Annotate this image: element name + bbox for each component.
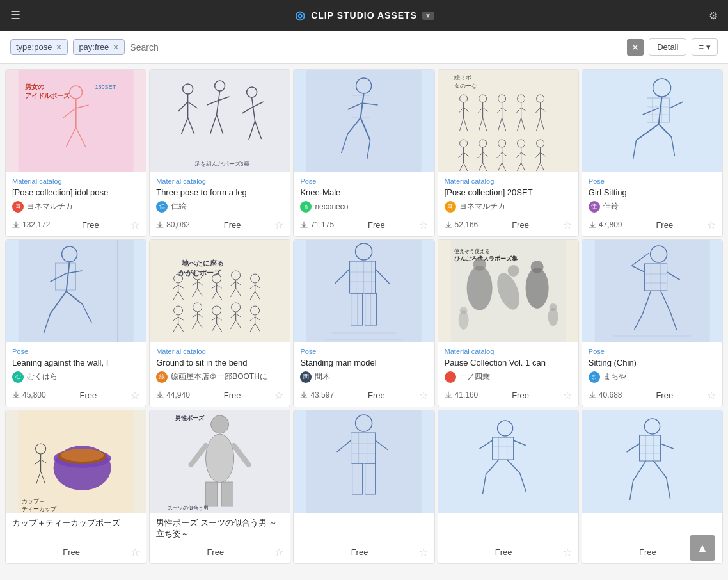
card-category: Pose	[300, 348, 427, 355]
item-grid: 男女の アイドルポーズ 150SET Material catalog [Pos…	[0, 64, 728, 569]
svg-rect-220	[594, 240, 709, 342]
avatar: 一	[445, 371, 456, 383]
download-icon	[589, 221, 596, 229]
item-card[interactable]: 絵ミボ 女のーな	[438, 69, 579, 237]
item-card[interactable]: 男女の アイドルポーズ 150SET Material catalog [Pos…	[5, 69, 146, 237]
svg-rect-117	[19, 240, 134, 342]
favorite-star[interactable]: ☆	[274, 219, 283, 231]
card-price: Free	[368, 391, 385, 400]
svg-point-214	[525, 268, 548, 309]
item-card[interactable]: Pose Sitting (Chin) ま まちや 40,688 Free ☆	[582, 239, 723, 407]
card-body: 男性ポーズ スーツの似合う男 ～立ち姿～	[150, 513, 290, 544]
card-author: n neconeco	[300, 201, 427, 213]
favorite-star[interactable]: ☆	[563, 219, 572, 231]
svg-text:150SET: 150SET	[95, 84, 116, 90]
avatar: ヨ	[445, 201, 456, 213]
card-body: Material catalog Pause Collection Vol. 1…	[438, 342, 578, 387]
card-image	[294, 240, 434, 342]
download-count: 52,166	[445, 220, 479, 229]
favorite-star[interactable]: ☆	[707, 219, 716, 231]
svg-text:カップ＋: カップ＋	[22, 498, 45, 504]
item-card[interactable]: カップ＋ ティーカップ カップ＋ティーカップポーズ Free ☆	[5, 410, 146, 564]
favorite-star[interactable]: ☆	[563, 546, 572, 558]
card-title: Three pose to form a leg	[156, 188, 283, 198]
search-bar: type:pose ✕ pay:free ✕ ✕ Detail ≡ ▾	[0, 31, 728, 64]
search-clear-button[interactable]: ✕	[627, 39, 644, 56]
favorite-star[interactable]: ☆	[419, 219, 428, 231]
favorite-star[interactable]: ☆	[274, 389, 283, 401]
card-body: Material catalog [Pose collection] idol …	[6, 172, 146, 216]
card-image: 使えそう使える ひんごろ伏スラポーズ集	[438, 240, 578, 342]
card-body: Material catalog [Pose collection] 20SET…	[438, 172, 578, 216]
favorite-star[interactable]: ☆	[131, 546, 139, 558]
menu-icon[interactable]: ☰	[10, 8, 20, 22]
favorite-star[interactable]: ☆	[131, 219, 139, 231]
download-count: 44,940	[156, 391, 190, 399]
favorite-star[interactable]: ☆	[563, 389, 572, 401]
favorite-star[interactable]: ☆	[274, 546, 283, 558]
download-icon	[300, 221, 308, 229]
item-card[interactable]: Pose Girl Sitting 佳 佳鈴 47,809 Free ☆	[582, 69, 723, 237]
card-price: Free	[656, 220, 673, 230]
favorite-star[interactable]: ☆	[131, 389, 139, 401]
card-footer: 43,597 Free ☆	[294, 387, 434, 407]
download-icon	[156, 391, 164, 399]
svg-point-217	[458, 310, 468, 330]
sort-button[interactable]: ≡ ▾	[692, 38, 718, 56]
svg-point-249	[211, 415, 229, 433]
header-badge[interactable]: ▼	[422, 12, 434, 20]
card-category: Pose	[300, 177, 427, 185]
author-name: 一ノ四乗	[459, 371, 490, 382]
avatar: 仁	[156, 201, 168, 213]
card-author: 仁 仁絵	[156, 201, 283, 213]
card-image: カップ＋ ティーカップ	[6, 410, 146, 513]
avatar: む	[12, 371, 24, 383]
item-card[interactable]: Pose Standing man model 間 間木 43,597 Free…	[293, 239, 434, 407]
card-footer: 40,688 Free ☆	[582, 387, 722, 407]
author-name: 線画屋本店＠一部BOOTHに	[171, 371, 267, 382]
author-name: 仁絵	[171, 201, 186, 212]
tag-pay-free-close[interactable]: ✕	[113, 43, 119, 52]
download-count: 41,160	[445, 391, 479, 399]
card-author: 線 線画屋本店＠一部BOOTHに	[156, 371, 283, 383]
favorite-star[interactable]: ☆	[419, 389, 428, 401]
card-title: Leaning against the wall, I	[12, 358, 139, 369]
scroll-top-button[interactable]: ▲	[690, 535, 715, 561]
item-card[interactable]: 使えそう使える ひんごろ伏スラポーズ集 Material catalog Pau…	[438, 239, 579, 407]
favorite-star[interactable]: ☆	[707, 389, 716, 401]
item-card[interactable]: 男性ポーズ スーツの似合う男 ～立ち姿～ 男性ポーズ スーツの似合う男 ～立ち姿…	[149, 410, 290, 564]
item-card[interactable]: 足を組んだポーズ3種 Material catalog Three pose t…	[149, 69, 290, 237]
card-category: Material catalog	[445, 348, 572, 355]
detail-button[interactable]: Detail	[649, 38, 686, 56]
svg-text:スーツの似合う男: スーツの似合う男	[168, 505, 209, 511]
search-input[interactable]	[130, 42, 622, 52]
card-body: Pose Sitting (Chin) ま まちや	[582, 342, 722, 387]
card-price: Free	[656, 391, 673, 400]
download-count: 47,809	[589, 220, 622, 229]
download-icon	[12, 391, 20, 399]
favorite-star[interactable]: ☆	[419, 546, 428, 558]
card-footer: 52,166 Free ☆	[438, 216, 578, 236]
card-title: Standing man model	[300, 358, 427, 369]
card-title: Knee-Male	[300, 188, 427, 198]
item-card[interactable]: Free ☆	[438, 410, 579, 564]
card-image	[438, 410, 578, 513]
avatar: ま	[589, 371, 600, 383]
svg-point-213	[507, 265, 519, 277]
download-count: 132,172	[12, 220, 50, 229]
item-card[interactable]: Pose Knee-Male n neconeco 71,175 Free ☆	[293, 69, 434, 237]
avatar: n	[300, 201, 312, 213]
card-price: Free	[368, 220, 385, 230]
card-price: Free	[207, 547, 224, 557]
card-author: 間 間木	[300, 371, 427, 383]
card-title: [Pose collection] idol pose	[12, 188, 139, 198]
gear-icon[interactable]: ⚙	[709, 10, 718, 22]
item-card[interactable]: 地べたに座る かがむポーズ	[149, 239, 290, 407]
tag-type-pose-close[interactable]: ✕	[56, 43, 62, 52]
item-card[interactable]: Pose Leaning against the wall, I む むくはら …	[5, 239, 146, 407]
card-footer: Free ☆	[6, 544, 146, 563]
card-footer: Free ☆	[438, 544, 578, 563]
item-card[interactable]: Free ☆	[293, 410, 434, 564]
card-footer: 41,160 Free ☆	[438, 387, 578, 407]
card-body: Material catalog Ground to sit in the be…	[150, 342, 290, 387]
